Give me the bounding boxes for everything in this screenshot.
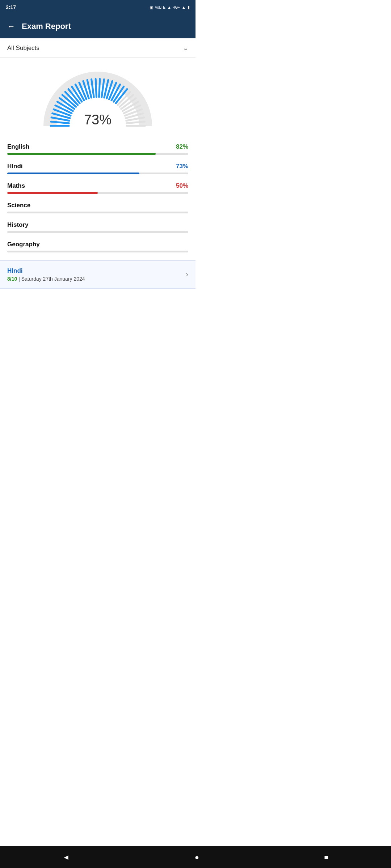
gauge-percent: 73% bbox=[84, 112, 112, 128]
gauge-section: 73% bbox=[0, 58, 196, 137]
battery-icon: ▮ bbox=[188, 5, 190, 10]
progress-bar-bg bbox=[7, 173, 188, 174]
exam-record-subject: HIndi bbox=[7, 267, 85, 275]
subject-row: Science bbox=[7, 202, 188, 213]
progress-bar-bg bbox=[7, 231, 188, 233]
subject-header: Maths50% bbox=[7, 182, 188, 190]
subject-name: Science bbox=[7, 202, 30, 209]
subject-dropdown[interactable]: All Subjects ⌄ bbox=[0, 38, 196, 58]
progress-bar-bg bbox=[7, 192, 188, 194]
status-time: 2:17 bbox=[6, 4, 16, 10]
page-title: Exam Report bbox=[22, 22, 71, 31]
4g-icon: 4G+ bbox=[173, 5, 180, 9]
progress-bar-bg bbox=[7, 212, 188, 213]
progress-bar-bg bbox=[7, 153, 188, 155]
subject-row: Geography bbox=[7, 241, 188, 252]
subject-header: Science bbox=[7, 202, 188, 209]
progress-bar-fill bbox=[7, 192, 98, 194]
status-bar: 2:17 ▣ VoLTE ▲ 4G+ ▲ ▮ bbox=[0, 0, 196, 14]
subject-dropdown-label: All Subjects bbox=[7, 44, 39, 52]
status-icons: ▣ VoLTE ▲ 4G+ ▲ ▮ bbox=[150, 5, 190, 10]
gauge-container: 73% bbox=[43, 72, 152, 131]
svg-line-17 bbox=[96, 79, 96, 97]
subject-row: HIndi73% bbox=[7, 163, 188, 174]
wifi-icon: ▲ bbox=[167, 5, 171, 9]
subject-percent: 73% bbox=[176, 163, 188, 170]
vibrate-icon: ▣ bbox=[150, 5, 153, 10]
subject-row: English82% bbox=[7, 143, 188, 155]
exam-record-card[interactable]: HIndi 8/10 | Saturday 27th January 2024 … bbox=[0, 260, 196, 289]
progress-bar-fill bbox=[7, 153, 156, 155]
progress-bar-bg bbox=[7, 251, 188, 252]
subject-header: HIndi73% bbox=[7, 163, 188, 170]
exam-record-content: HIndi 8/10 | Saturday 27th January 2024 bbox=[7, 267, 85, 282]
subject-name: Geography bbox=[7, 241, 40, 248]
volte-icon: VoLTE bbox=[155, 5, 165, 9]
subject-row: History bbox=[7, 221, 188, 233]
app-header: ← Exam Report bbox=[0, 14, 196, 38]
exam-record-meta: 8/10 | Saturday 27th January 2024 bbox=[7, 276, 85, 282]
subject-name: English bbox=[7, 143, 29, 150]
subjects-section: English82%HIndi73%Maths50%ScienceHistory… bbox=[0, 137, 196, 252]
subject-percent: 50% bbox=[176, 182, 188, 190]
subject-header: English82% bbox=[7, 143, 188, 150]
back-button[interactable]: ← bbox=[7, 22, 15, 31]
subject-row: Maths50% bbox=[7, 182, 188, 194]
subject-percent: 82% bbox=[176, 143, 188, 150]
exam-record-score: 8/10 bbox=[7, 276, 17, 282]
subject-header: Geography bbox=[7, 241, 188, 248]
chevron-down-icon: ⌄ bbox=[183, 44, 188, 52]
subject-name: History bbox=[7, 221, 29, 229]
signal-icon: ▲ bbox=[182, 5, 186, 9]
exam-record-date: Saturday 27th January 2024 bbox=[21, 276, 85, 282]
progress-bar-fill bbox=[7, 173, 139, 174]
svg-line-18 bbox=[99, 79, 100, 97]
exam-record-separator: | bbox=[18, 276, 21, 282]
subject-name: HIndi bbox=[7, 163, 23, 170]
subject-header: History bbox=[7, 221, 188, 229]
exam-record-chevron: › bbox=[186, 270, 188, 279]
subject-name: Maths bbox=[7, 182, 25, 190]
